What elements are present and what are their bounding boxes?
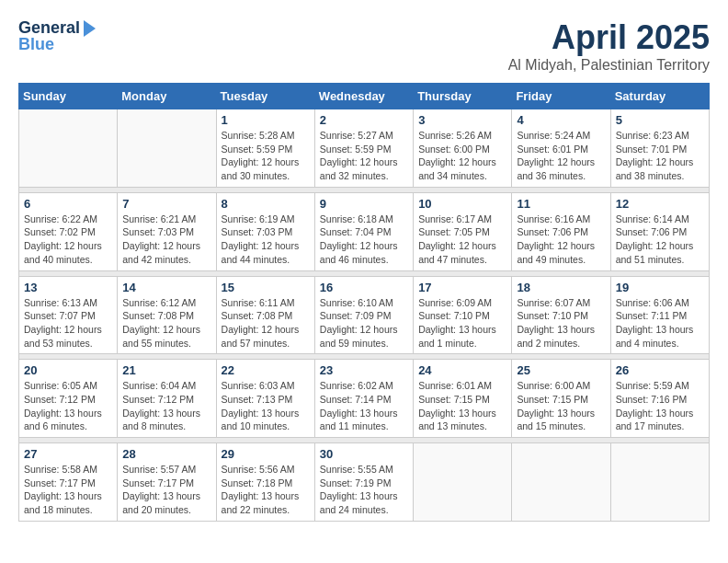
calendar-cell: 28Sunrise: 5:57 AMSunset: 7:17 PMDayligh… xyxy=(118,443,216,522)
day-number: 23 xyxy=(320,363,408,377)
day-number: 3 xyxy=(418,113,506,127)
day-number: 6 xyxy=(24,197,112,211)
calendar-cell: 17Sunrise: 6:09 AMSunset: 7:10 PMDayligh… xyxy=(414,276,512,354)
calendar-cell: 16Sunrise: 6:10 AMSunset: 7:09 PMDayligh… xyxy=(314,276,413,354)
day-number: 22 xyxy=(222,363,310,377)
calendar-cell: 4Sunrise: 5:24 AMSunset: 6:01 PMDaylight… xyxy=(512,109,610,188)
day-info: Sunrise: 5:58 AMSunset: 7:17 PMDaylight:… xyxy=(24,463,112,517)
calendar-cell: 10Sunrise: 6:17 AMSunset: 7:05 PMDayligh… xyxy=(414,192,512,270)
calendar-cell: 14Sunrise: 6:12 AMSunset: 7:08 PMDayligh… xyxy=(118,276,216,354)
calendar-week-row: 13Sunrise: 6:13 AMSunset: 7:07 PMDayligh… xyxy=(19,276,710,354)
day-number: 12 xyxy=(616,197,704,211)
calendar-cell xyxy=(19,109,118,188)
day-info: Sunrise: 5:26 AMSunset: 6:00 PMDaylight:… xyxy=(418,129,506,183)
day-number: 5 xyxy=(616,113,704,127)
calendar-cell: 29Sunrise: 5:56 AMSunset: 7:18 PMDayligh… xyxy=(216,443,314,522)
page-header: General Blue April 2025 Al Midyah, Pales… xyxy=(18,18,710,74)
day-number: 18 xyxy=(517,281,605,294)
calendar-cell: 12Sunrise: 6:14 AMSunset: 7:06 PMDayligh… xyxy=(610,192,709,270)
calendar-cell: 5Sunrise: 6:23 AMSunset: 7:01 PMDaylight… xyxy=(610,109,709,188)
day-number: 17 xyxy=(418,281,506,294)
calendar-week-row: 27Sunrise: 5:58 AMSunset: 7:17 PMDayligh… xyxy=(19,443,710,522)
calendar-cell xyxy=(610,443,709,522)
weekday-header-wednesday: Wednesday xyxy=(314,84,413,109)
weekday-header-sunday: Sunday xyxy=(19,84,118,109)
day-info: Sunrise: 6:22 AMSunset: 7:02 PMDaylight:… xyxy=(24,213,112,267)
day-info: Sunrise: 6:06 AMSunset: 7:11 PMDaylight:… xyxy=(616,296,704,350)
logo-arrow-icon xyxy=(84,20,96,37)
day-info: Sunrise: 6:23 AMSunset: 7:01 PMDaylight:… xyxy=(616,129,704,183)
weekday-header-tuesday: Tuesday xyxy=(216,84,314,109)
logo-blue: Blue xyxy=(18,35,97,54)
day-number: 7 xyxy=(122,197,210,211)
day-number: 11 xyxy=(517,197,605,211)
day-number: 26 xyxy=(616,363,704,377)
day-number: 15 xyxy=(222,281,310,294)
day-info: Sunrise: 6:12 AMSunset: 7:08 PMDaylight:… xyxy=(122,296,210,350)
day-info: Sunrise: 5:28 AMSunset: 5:59 PMDaylight:… xyxy=(222,129,310,183)
weekday-header-monday: Monday xyxy=(118,84,216,109)
day-info: Sunrise: 5:59 AMSunset: 7:16 PMDaylight:… xyxy=(616,379,704,433)
weekday-header-saturday: Saturday xyxy=(610,84,709,109)
day-info: Sunrise: 6:13 AMSunset: 7:07 PMDaylight:… xyxy=(24,296,112,350)
day-info: Sunrise: 6:02 AMSunset: 7:14 PMDaylight:… xyxy=(320,379,408,433)
weekday-header-row: SundayMondayTuesdayWednesdayThursdayFrid… xyxy=(19,84,710,109)
calendar-cell: 2Sunrise: 5:27 AMSunset: 5:59 PMDaylight… xyxy=(314,109,413,188)
day-number: 2 xyxy=(320,113,408,127)
day-info: Sunrise: 6:14 AMSunset: 7:06 PMDaylight:… xyxy=(616,213,704,267)
calendar-cell: 25Sunrise: 6:00 AMSunset: 7:15 PMDayligh… xyxy=(512,360,610,438)
day-info: Sunrise: 6:07 AMSunset: 7:10 PMDaylight:… xyxy=(517,296,605,350)
day-number: 19 xyxy=(616,281,704,294)
day-info: Sunrise: 5:57 AMSunset: 7:17 PMDaylight:… xyxy=(122,463,210,517)
day-info: Sunrise: 6:18 AMSunset: 7:04 PMDaylight:… xyxy=(320,213,408,267)
day-info: Sunrise: 6:11 AMSunset: 7:08 PMDaylight:… xyxy=(222,296,310,350)
weekday-header-thursday: Thursday xyxy=(414,84,512,109)
calendar-table: SundayMondayTuesdayWednesdayThursdayFrid… xyxy=(18,83,710,522)
month-title: April 2025 xyxy=(508,18,710,57)
day-number: 14 xyxy=(122,281,210,294)
day-info: Sunrise: 6:10 AMSunset: 7:09 PMDaylight:… xyxy=(320,296,408,350)
calendar-cell xyxy=(414,443,512,522)
day-number: 10 xyxy=(418,197,506,211)
day-number: 4 xyxy=(517,113,605,127)
calendar-cell xyxy=(512,443,610,522)
day-number: 1 xyxy=(222,113,310,127)
title-block: April 2025 Al Midyah, Palestinian Territ… xyxy=(508,18,710,74)
calendar-cell: 11Sunrise: 6:16 AMSunset: 7:06 PMDayligh… xyxy=(512,192,610,270)
calendar-cell: 6Sunrise: 6:22 AMSunset: 7:02 PMDaylight… xyxy=(19,192,118,270)
calendar-week-row: 1Sunrise: 5:28 AMSunset: 5:59 PMDaylight… xyxy=(19,109,710,188)
day-number: 25 xyxy=(517,363,605,377)
day-info: Sunrise: 5:24 AMSunset: 6:01 PMDaylight:… xyxy=(517,129,605,183)
day-number: 21 xyxy=(122,363,210,377)
calendar-cell xyxy=(118,109,216,188)
calendar-cell: 22Sunrise: 6:03 AMSunset: 7:13 PMDayligh… xyxy=(216,360,314,438)
day-number: 20 xyxy=(24,363,112,377)
calendar-week-row: 6Sunrise: 6:22 AMSunset: 7:02 PMDaylight… xyxy=(19,192,710,270)
day-number: 29 xyxy=(222,447,310,461)
day-number: 9 xyxy=(320,197,408,211)
day-number: 8 xyxy=(222,197,310,211)
calendar-cell: 24Sunrise: 6:01 AMSunset: 7:15 PMDayligh… xyxy=(414,360,512,438)
day-number: 16 xyxy=(320,281,408,294)
calendar-cell: 30Sunrise: 5:55 AMSunset: 7:19 PMDayligh… xyxy=(314,443,413,522)
logo-text: General Blue xyxy=(18,18,97,54)
logo: General Blue xyxy=(18,18,97,54)
calendar-cell: 21Sunrise: 6:04 AMSunset: 7:12 PMDayligh… xyxy=(118,360,216,438)
calendar-cell: 13Sunrise: 6:13 AMSunset: 7:07 PMDayligh… xyxy=(19,276,118,354)
calendar-week-row: 20Sunrise: 6:05 AMSunset: 7:12 PMDayligh… xyxy=(19,360,710,438)
day-info: Sunrise: 5:56 AMSunset: 7:18 PMDaylight:… xyxy=(222,463,310,517)
day-info: Sunrise: 6:03 AMSunset: 7:13 PMDaylight:… xyxy=(222,379,310,433)
day-info: Sunrise: 6:17 AMSunset: 7:05 PMDaylight:… xyxy=(418,213,506,267)
day-number: 27 xyxy=(24,447,112,461)
calendar-cell: 27Sunrise: 5:58 AMSunset: 7:17 PMDayligh… xyxy=(19,443,118,522)
day-number: 13 xyxy=(24,281,112,294)
calendar-cell: 23Sunrise: 6:02 AMSunset: 7:14 PMDayligh… xyxy=(314,360,413,438)
calendar-cell: 1Sunrise: 5:28 AMSunset: 5:59 PMDaylight… xyxy=(216,109,314,188)
day-info: Sunrise: 6:00 AMSunset: 7:15 PMDaylight:… xyxy=(517,379,605,433)
calendar-cell: 15Sunrise: 6:11 AMSunset: 7:08 PMDayligh… xyxy=(216,276,314,354)
calendar-cell: 19Sunrise: 6:06 AMSunset: 7:11 PMDayligh… xyxy=(610,276,709,354)
weekday-header-friday: Friday xyxy=(512,84,610,109)
day-info: Sunrise: 6:19 AMSunset: 7:03 PMDaylight:… xyxy=(222,213,310,267)
day-number: 24 xyxy=(418,363,506,377)
day-info: Sunrise: 5:27 AMSunset: 5:59 PMDaylight:… xyxy=(320,129,408,183)
